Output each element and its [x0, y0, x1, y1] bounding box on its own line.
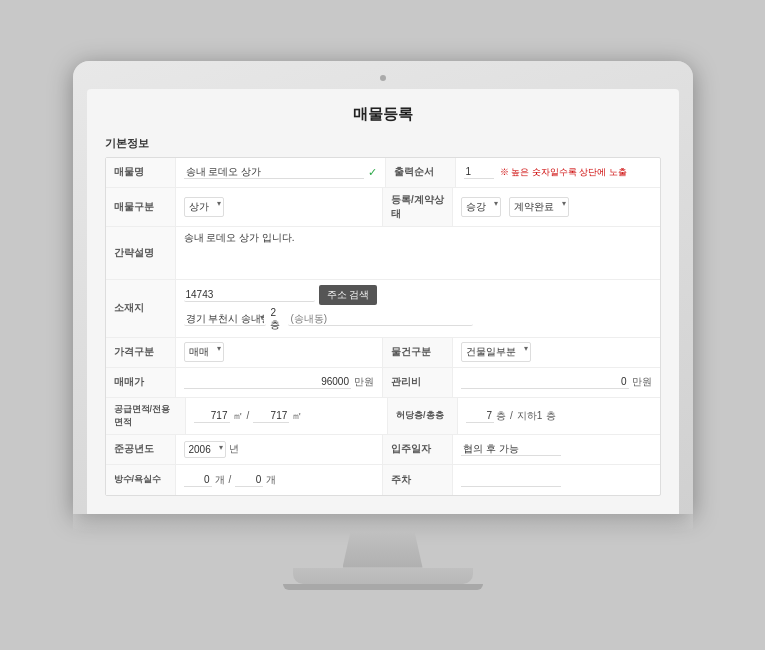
page-content: 매물등록 기본정보 매물명 ✓ 출력순서 ※ 높은 숫자일수록 상단에 노출	[87, 89, 679, 514]
select-built-year[interactable]: 2006	[184, 441, 226, 458]
value-built-year: 2006 년	[176, 435, 384, 464]
value-rooms: 개 / 개	[176, 465, 384, 495]
area-slash: /	[247, 410, 250, 421]
floor-basement-label: 지하1	[517, 409, 543, 423]
address-row1: 주소 검색	[184, 285, 378, 305]
room-unit: 개	[215, 473, 225, 487]
value-property-name: ✓	[176, 158, 386, 187]
select-property-type-wrap: 상가	[184, 197, 224, 217]
value-floors: 층 / 지하1 층	[458, 398, 660, 434]
input-rooms[interactable]	[184, 473, 212, 487]
value-manage-fee: 만원	[453, 368, 660, 397]
select-reg-status-wrap: 승강 계약완료	[461, 197, 569, 217]
select-reg-status1[interactable]: 승강	[461, 197, 501, 217]
row-area: 공급면적/전용면적 ㎡ / ㎡ 허당층/총층 층 /	[106, 398, 660, 435]
input-move-in[interactable]	[461, 442, 561, 456]
page-title: 매물등록	[105, 105, 661, 124]
address-select-wrap	[184, 312, 267, 326]
input-exclusive-area[interactable]	[253, 409, 289, 423]
built-year-unit: 년	[229, 442, 239, 456]
label-move-in: 입주일자	[383, 435, 453, 464]
label-sale-price: 매매가	[106, 368, 176, 397]
input-address-main[interactable]	[184, 312, 267, 326]
sale-price-unit: 만원	[354, 375, 374, 389]
row-description: 간략설명 송내 로데오 상가 입니다.	[106, 227, 660, 280]
address-row2: 2층	[184, 307, 474, 332]
exclusive-area-unit: ㎡	[292, 409, 302, 423]
label-description: 간략설명	[106, 227, 176, 279]
supply-area-unit: ㎡	[233, 409, 243, 423]
value-property-type: 상가	[176, 188, 384, 226]
monitor-neck	[343, 532, 423, 568]
label-property-name: 매물명	[106, 158, 176, 187]
input-dong[interactable]	[288, 312, 473, 326]
input-manage-fee[interactable]	[461, 375, 629, 389]
value-parking	[453, 465, 660, 495]
label-built-year: 준공년도	[106, 435, 176, 464]
floor-slash: /	[510, 410, 513, 421]
value-sale-price: 만원	[176, 368, 384, 397]
monitor-chin	[73, 514, 693, 532]
input-bathrooms[interactable]	[235, 473, 263, 487]
label-address: 소재지	[106, 280, 176, 337]
value-reg-status: 승강 계약완료	[453, 188, 660, 226]
row-property-type: 매물구분 상가 등록/계약상태 승강 계약완료	[106, 188, 660, 227]
value-address: 주소 검색 2층	[176, 280, 660, 337]
label-price-type: 가격구분	[106, 338, 176, 367]
check-icon: ✓	[368, 166, 377, 179]
value-price-type: 매매	[176, 338, 384, 367]
row-address: 소재지 주소 검색 2층	[106, 280, 660, 338]
input-display-order[interactable]	[464, 165, 494, 179]
monitor-base-bottom	[283, 584, 483, 590]
select-property-type[interactable]: 상가	[184, 197, 224, 217]
monitor-base	[293, 568, 473, 584]
label-floors: 허당층/총층	[388, 398, 458, 434]
label-reg-status: 등록/계약상태	[383, 188, 453, 226]
value-description: 송내 로데오 상가 입니다.	[176, 227, 660, 279]
input-current-floor[interactable]	[466, 409, 494, 423]
input-sale-price[interactable]	[184, 375, 352, 389]
screen-bezel: 매물등록 기본정보 매물명 ✓ 출력순서 ※ 높은 숫자일수록 상단에 노출	[73, 61, 693, 514]
display-order-note: ※ 높은 숫자일수록 상단에 노출	[500, 166, 627, 179]
manage-fee-unit: 만원	[632, 375, 652, 389]
floor-unit2: 층	[546, 409, 556, 423]
input-zip[interactable]	[184, 288, 315, 302]
row-price-type: 가격구분 매매 물건구분 건물일부분	[106, 338, 660, 368]
label-manage-fee: 관리비	[383, 368, 453, 397]
label-area: 공급면적/전용면적	[106, 398, 186, 434]
label-parking: 주차	[383, 465, 453, 495]
input-supply-area[interactable]	[194, 409, 230, 423]
value-building-part: 건물일부분	[453, 338, 660, 367]
row-sale-price: 매매가 만원 관리비 만원	[106, 368, 660, 398]
select-building-part[interactable]: 건물일부분	[461, 342, 531, 362]
value-area: ㎡ / ㎡	[186, 398, 389, 434]
textarea-description[interactable]: 송내 로데오 상가 입니다.	[184, 231, 652, 273]
textarea-wrap: 송내 로데오 상가 입니다.	[184, 231, 652, 275]
row-rooms: 방수/욕실수 개 / 개 주차	[106, 465, 660, 495]
row-property-name: 매물명 ✓ 출력순서 ※ 높은 숫자일수록 상단에 노출	[106, 158, 660, 188]
screen: 매물등록 기본정보 매물명 ✓ 출력순서 ※ 높은 숫자일수록 상단에 노출	[87, 89, 679, 514]
input-property-name[interactable]	[184, 165, 364, 179]
camera	[380, 75, 386, 81]
floor-unit1: 층	[496, 409, 506, 423]
value-move-in	[453, 435, 660, 464]
address-floor: 2층	[270, 307, 280, 332]
rooms-slash: /	[229, 474, 232, 485]
select-price-type[interactable]: 매매	[184, 342, 224, 362]
select-reg-status2[interactable]: 계약완료	[509, 197, 569, 217]
monitor: 매물등록 기본정보 매물명 ✓ 출력순서 ※ 높은 숫자일수록 상단에 노출	[73, 61, 693, 590]
section-title: 기본정보	[105, 136, 661, 151]
form-container: 매물명 ✓ 출력순서 ※ 높은 숫자일수록 상단에 노출 매물구	[105, 157, 661, 496]
input-parking[interactable]	[461, 473, 561, 487]
search-address-button[interactable]: 주소 검색	[319, 285, 378, 305]
label-property-type: 매물구분	[106, 188, 176, 226]
bathroom-unit: 개	[266, 473, 276, 487]
label-display-order: 출력순서	[386, 158, 456, 187]
row-built-year: 준공년도 2006 년 입주일자	[106, 435, 660, 465]
label-building-part: 물건구분	[383, 338, 453, 367]
value-display-order: ※ 높은 숫자일수록 상단에 노출	[456, 158, 660, 187]
label-rooms: 방수/욕실수	[106, 465, 176, 495]
